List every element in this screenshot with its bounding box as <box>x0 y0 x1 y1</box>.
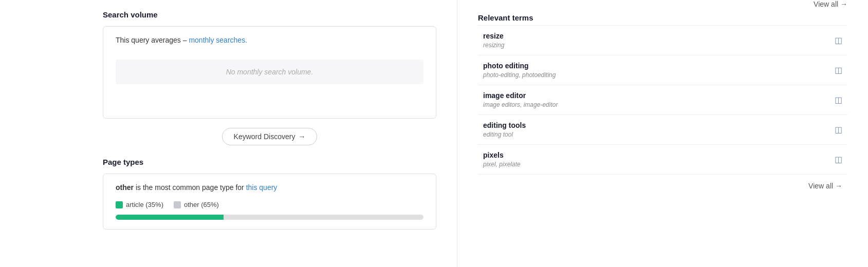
term-info: image editor image editors, image-editor <box>483 91 558 108</box>
query-dash: – <box>183 36 189 44</box>
query-suffix: monthly searches. <box>189 36 247 44</box>
left-panel: Search volume This query averages – mont… <box>0 0 457 267</box>
legend-dot-green <box>116 201 123 208</box>
progress-bar-fill <box>116 215 224 220</box>
query-prefix: This query averages <box>116 36 181 44</box>
term-copy-icon[interactable]: ◫ <box>835 155 842 164</box>
progress-bar <box>116 215 423 220</box>
term-sub: image editors, image-editor <box>483 101 558 108</box>
legend-article-label: article (35%) <box>126 201 163 208</box>
page-types-desc-part2: is the most common page type for <box>136 183 246 192</box>
view-all-bottom-link[interactable]: View all → <box>808 182 842 190</box>
term-name: image editor <box>483 91 558 100</box>
term-item[interactable]: editing tools editing tool ◫ <box>478 115 847 145</box>
term-name: resize <box>483 32 504 40</box>
keyword-discovery-label: Keyword Discovery <box>234 132 296 141</box>
view-all-top-link[interactable]: View all → <box>814 0 847 8</box>
search-volume-box: This query averages – monthly searches. … <box>103 26 436 119</box>
query-line: This query averages – monthly searches. <box>116 36 423 44</box>
term-info: editing tools editing tool <box>483 121 526 138</box>
term-info: pixels pixel, pixelate <box>483 151 521 168</box>
no-volume-text: No monthly search volume. <box>116 60 423 84</box>
legend-article: article (35%) <box>116 201 163 208</box>
term-sub: photo-editing, photoediting <box>483 71 556 79</box>
main-layout: Search volume This query averages – mont… <box>0 0 868 267</box>
term-copy-icon[interactable]: ◫ <box>835 35 842 45</box>
term-item[interactable]: pixels pixel, pixelate ◫ <box>478 145 847 175</box>
page-types-title: Page types <box>103 158 436 166</box>
right-panel: View all → Relevant terms resize resizin… <box>457 0 868 267</box>
page-types-description: other is the most common page type for t… <box>116 183 423 192</box>
term-sub: editing tool <box>483 131 526 138</box>
search-volume-title: Search volume <box>103 10 436 19</box>
view-all-top-wrap: View all → <box>478 0 847 13</box>
term-list: resize resizing ◫ photo editing photo-ed… <box>478 25 847 175</box>
term-name: pixels <box>483 151 521 159</box>
page-types-desc-part3: this query <box>246 183 278 192</box>
term-item[interactable]: resize resizing ◫ <box>478 26 847 55</box>
term-sub: pixel, pixelate <box>483 161 521 168</box>
term-sub: resizing <box>483 42 504 49</box>
keyword-discovery-arrow: → <box>298 132 305 141</box>
view-all-bottom-wrap: View all → <box>478 175 847 190</box>
page-types-desc-part1: other <box>116 183 134 192</box>
term-name: photo editing <box>483 62 556 70</box>
term-copy-icon[interactable]: ◫ <box>835 125 842 135</box>
term-info: photo editing photo-editing, photoeditin… <box>483 62 556 79</box>
term-item[interactable]: photo editing photo-editing, photoeditin… <box>478 55 847 85</box>
page-types-box: other is the most common page type for t… <box>103 174 436 230</box>
term-item[interactable]: image editor image editors, image-editor… <box>478 85 847 115</box>
page-types-legend: article (35%) other (65%) <box>116 201 423 208</box>
term-name: editing tools <box>483 121 526 129</box>
keyword-discovery-wrap: Keyword Discovery → <box>103 128 436 145</box>
relevant-terms-title: Relevant terms <box>478 13 847 22</box>
legend-other: other (65%) <box>174 201 219 208</box>
legend-other-label: other (65%) <box>184 201 219 208</box>
keyword-discovery-button[interactable]: Keyword Discovery → <box>222 128 318 145</box>
legend-dot-gray <box>174 201 181 208</box>
term-info: resize resizing <box>483 32 504 49</box>
term-copy-icon[interactable]: ◫ <box>835 65 842 75</box>
term-copy-icon[interactable]: ◫ <box>835 95 842 105</box>
